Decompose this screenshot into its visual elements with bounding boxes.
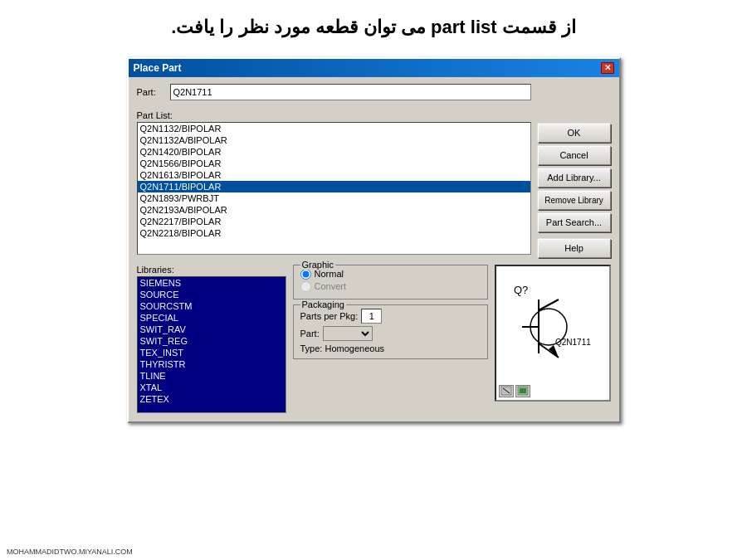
ok-button[interactable]: OK xyxy=(538,124,611,143)
libraries-label: Libraries: xyxy=(137,265,286,275)
pkg-part-select[interactable] xyxy=(323,326,373,341)
page-heading: از قسمت part list می توان قطعه مورد نظر … xyxy=(0,0,747,51)
convert-radio-row: Convert xyxy=(300,281,481,292)
part-list-label: Part List: xyxy=(137,110,531,120)
packaging-groupbox: Packaging Parts per Pkg: Part: xyxy=(293,304,488,359)
part-list-item[interactable]: Q2N2217/BIPOLAR xyxy=(138,216,530,227)
part-list-item[interactable]: Q2N2218/BIPOLAR xyxy=(138,227,530,239)
type-row: Type: Homogeneous xyxy=(300,343,481,353)
watermark: MOHAMMADIDTWO.MIYANALI.COM xyxy=(7,548,133,556)
part-list-item[interactable]: Q2N2193A/BIPOLAR xyxy=(138,204,530,216)
library-item[interactable]: SOURCSTM xyxy=(138,300,286,312)
part-list-item[interactable]: Q2N1613/BIPOLAR xyxy=(138,169,530,181)
pkg-part-row: Part: xyxy=(300,326,481,341)
part-label: Part: xyxy=(137,87,170,97)
middle-section: Graphic Normal Convert xyxy=(293,265,488,413)
normal-radio[interactable] xyxy=(300,269,311,280)
part-list-item[interactable]: Q2N1132A/BIPOLAR xyxy=(138,134,530,146)
part-search-button[interactable]: Part Search... xyxy=(538,213,611,232)
help-button[interactable]: Help xyxy=(538,239,611,258)
library-item[interactable]: SPECIAL xyxy=(138,312,286,324)
bottom-section: Libraries: SIEMENSSOURCESOURCSTMSPECIALS… xyxy=(137,265,611,413)
remove-library-button[interactable]: Remove Library xyxy=(538,191,611,210)
convert-radio[interactable] xyxy=(300,281,311,292)
action-buttons: OK Cancel Add Library... Remove Library … xyxy=(538,110,611,258)
type-label: Type: Homogeneous xyxy=(300,343,385,353)
part-field-row: Part: xyxy=(137,84,531,100)
part-list-section: Part List: Q2N1132/BIPOLARQ2N1132A/BIPOL… xyxy=(137,110,611,258)
library-item[interactable]: TEX_INST xyxy=(138,347,286,358)
svg-rect-11 xyxy=(520,388,526,393)
part-list-item[interactable]: Q2N1420/BIPOLAR xyxy=(138,146,530,158)
libraries-box[interactable]: SIEMENSSOURCESOURCSTMSPECIALSWIT_RAVSWIT… xyxy=(137,276,286,413)
add-library-button[interactable]: Add Library... xyxy=(538,168,611,187)
convert-label: Convert xyxy=(315,281,347,291)
cancel-button[interactable]: Cancel xyxy=(538,146,611,165)
normal-radio-row: Normal xyxy=(300,269,481,280)
page-background: از قسمت part list می توان قطعه مورد نظر … xyxy=(0,0,747,423)
packaging-label: Packaging xyxy=(300,299,346,309)
graphic-groupbox: Graphic Normal Convert xyxy=(293,265,488,299)
part-list-item[interactable]: Q2N1711/BIPOLAR xyxy=(138,181,530,192)
libraries-section: Libraries: SIEMENSSOURCESOURCSTMSPECIALS… xyxy=(137,265,286,413)
preview-icon-1 xyxy=(499,385,514,397)
part-list-item[interactable]: Q2N1132/BIPOLAR xyxy=(138,123,530,134)
part-list-item[interactable]: Q2N1566/BIPOLAR xyxy=(138,158,530,169)
library-item[interactable]: SWIT_RAV xyxy=(138,324,286,335)
part-list-box[interactable]: Q2N1132/BIPOLARQ2N1132A/BIPOLARQ2N1420/B… xyxy=(137,122,531,255)
library-item[interactable]: TLINE xyxy=(138,370,286,382)
dialog-wrapper: Place Part ✕ Part: xyxy=(0,51,747,423)
parts-per-pkg-label: Parts per Pkg: xyxy=(300,311,359,321)
place-part-dialog: Place Part ✕ Part: xyxy=(127,57,621,423)
preview-icons xyxy=(499,385,530,397)
library-item[interactable]: SOURCE xyxy=(138,289,286,300)
parts-per-pkg-row: Parts per Pkg: xyxy=(300,309,481,324)
library-item[interactable]: THYRISTR xyxy=(138,358,286,370)
pkg-part-label: Part: xyxy=(300,329,320,338)
dialog-body: Part: Part List: Q2N1132/BIPOLARQ2N xyxy=(129,77,619,421)
part-list-area: Part List: Q2N1132/BIPOLARQ2N1132A/BIPOL… xyxy=(137,110,531,258)
svg-text:Q2N1711: Q2N1711 xyxy=(555,338,591,347)
close-button[interactable]: ✕ xyxy=(601,62,614,74)
preview-icon-2 xyxy=(515,385,530,397)
transistor-preview: Q? xyxy=(507,279,598,387)
preview-area: Q? xyxy=(495,265,611,402)
library-item[interactable]: SWIT_REG xyxy=(138,335,286,347)
dialog-title: Place Part xyxy=(134,62,182,74)
svg-text:Q?: Q? xyxy=(514,284,528,296)
library-item[interactable]: XTAL xyxy=(138,382,286,393)
graphic-label: Graphic xyxy=(300,260,336,270)
library-item[interactable]: ZETEX xyxy=(138,393,286,405)
part-input[interactable] xyxy=(170,84,531,100)
library-item[interactable]: SIEMENS xyxy=(138,277,286,289)
title-bar: Place Part ✕ xyxy=(129,59,619,77)
part-list-item[interactable]: Q2N1893/PWRBJT xyxy=(138,192,530,204)
parts-per-pkg-input[interactable] xyxy=(361,309,382,324)
normal-label: Normal xyxy=(315,269,344,279)
